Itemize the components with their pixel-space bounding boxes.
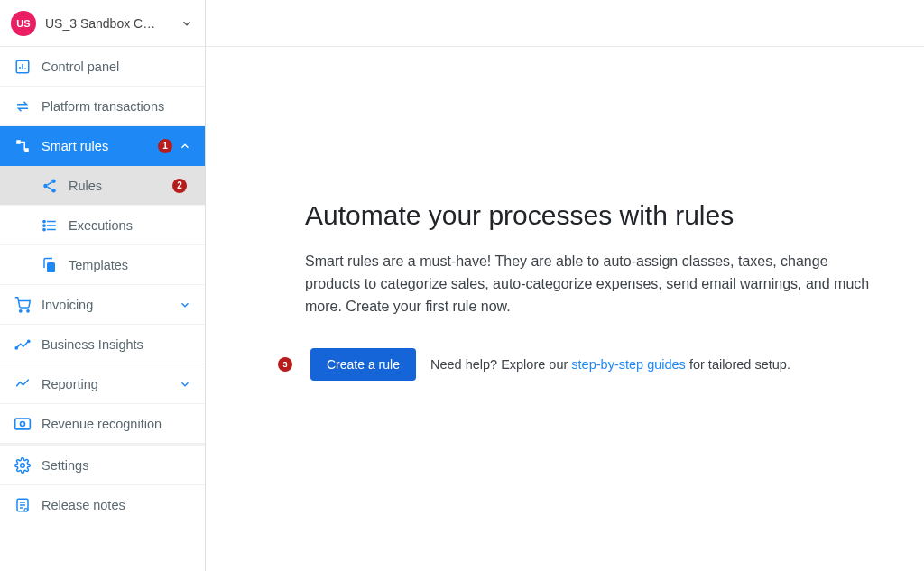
chevron-down-icon [178,377,192,391]
page-title: Automate your processes with rules [305,200,870,231]
list-icon [40,217,60,234]
smart-rules-submenu: Rules 2 Executions Templates [0,166,205,285]
svg-rect-12 [47,262,55,272]
dashboard-icon [13,59,32,75]
swap-icon [13,98,32,115]
svg-point-11 [43,228,45,230]
sidebar-item-label: Reporting [42,377,178,391]
topbar [206,0,924,47]
svg-point-14 [27,309,29,311]
sidebar-item-smart-rules[interactable]: Smart rules 1 [0,126,205,166]
svg-point-18 [21,421,25,426]
svg-point-9 [43,220,45,222]
svg-point-19 [21,463,25,467]
insights-icon [13,336,32,353]
badge: 2 [172,179,187,193]
notes-icon [13,497,32,513]
chevron-down-icon [178,298,192,312]
help-prefix: Need help? Explore our [430,357,571,372]
flow-icon [13,138,32,154]
svg-point-10 [43,224,45,226]
bottom-nav: Settings Release notes [0,445,205,524]
sidebar-item-label: Rules [69,179,172,193]
svg-point-13 [20,309,22,311]
sidebar-item-label: Release notes [42,498,192,512]
share-icon [40,178,60,194]
gear-icon [13,457,32,474]
sidebar-item-settings[interactable]: Settings [0,445,205,484]
sidebar-item-business-insights[interactable]: Business Insights [0,325,205,364]
svg-point-15 [15,346,17,348]
cta-row: 3 Create a rule Need help? Explore our s… [305,348,870,381]
org-name: US_3 Sandbox C… [45,16,180,31]
sidebar-item-rules[interactable]: Rules 2 [0,166,205,206]
cart-icon [13,297,32,313]
step-marker: 3 [278,357,292,372]
chart-line-icon [13,376,32,392]
money-icon [13,416,32,432]
sidebar-item-release-notes[interactable]: Release notes [0,484,205,524]
guides-link[interactable]: step-by-step guides [571,357,686,372]
sidebar-item-label: Revenue recognition [42,417,192,431]
sidebar-item-templates[interactable]: Templates [0,245,205,285]
help-suffix: for tailored setup. [686,357,790,372]
chevron-up-icon [178,139,192,153]
main: Automate your processes with rules Smart… [206,0,924,571]
sidebar-item-executions[interactable]: Executions [0,206,205,245]
svg-rect-17 [15,419,31,429]
sidebar-item-reporting[interactable]: Reporting [0,364,205,404]
svg-point-3 [51,179,56,183]
copy-icon [40,257,60,273]
org-switcher[interactable]: US US_3 Sandbox C… [0,0,205,47]
sidebar-item-invoicing[interactable]: Invoicing [0,285,205,325]
avatar: US [11,11,36,36]
sidebar-item-control-panel[interactable]: Control panel [0,47,205,87]
chevron-down-icon [180,16,194,31]
create-rule-button[interactable]: Create a rule [310,348,416,381]
sidebar-item-label: Control panel [42,60,192,74]
page-description: Smart rules are a must-have! They are ab… [305,251,870,318]
sidebar-item-revenue-recognition[interactable]: Revenue recognition [0,404,205,444]
sidebar-item-label: Settings [42,458,192,473]
sidebar-item-label: Executions [69,218,192,233]
badge: 1 [158,139,172,153]
nav: Control panel Platform transactions Smar… [0,47,205,571]
svg-point-16 [28,340,30,342]
sidebar-item-label: Templates [69,258,192,272]
svg-rect-1 [16,140,21,144]
sidebar: US US_3 Sandbox C… Control panel Platfor… [0,0,206,571]
sidebar-item-label: Platform transactions [42,99,192,114]
sidebar-item-label: Business Insights [42,337,192,352]
sidebar-item-label: Smart rules [42,139,158,153]
sidebar-item-platform-transactions[interactable]: Platform transactions [0,87,205,126]
svg-point-5 [51,189,56,193]
content: Automate your processes with rules Smart… [206,47,924,571]
help-text: Need help? Explore our step-by-step guid… [430,357,790,372]
svg-point-4 [43,183,48,188]
sidebar-item-label: Invoicing [42,298,178,312]
